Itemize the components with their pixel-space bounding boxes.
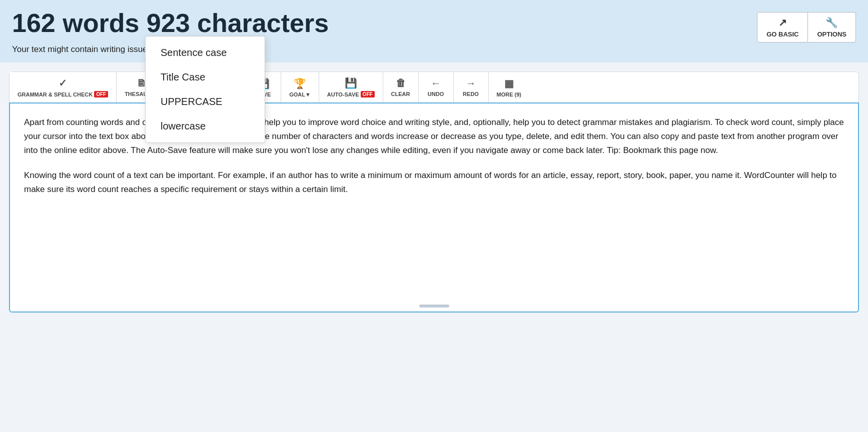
- redo-icon: →: [466, 78, 476, 89]
- goal-button[interactable]: 🏆 GOAL ▼: [281, 72, 319, 102]
- header-buttons: ↗ GO BASIC 🔧 OPTIONS: [757, 12, 856, 42]
- autosave-button[interactable]: 💾 AUTO-SAVE OFF: [319, 72, 383, 102]
- undo-button[interactable]: ← UNDO: [419, 72, 454, 102]
- word-count-title: 162 words 923 characters: [12, 9, 329, 38]
- go-basic-icon: ↗: [778, 16, 787, 28]
- checkmark-icon: ✓: [59, 77, 67, 89]
- case-uppercase[interactable]: UPPERCASE: [146, 90, 265, 114]
- autosave-off-badge: OFF: [361, 91, 375, 98]
- case-lowercase[interactable]: lowercase: [146, 114, 265, 138]
- scrollbar-hint: [419, 304, 449, 308]
- go-basic-button[interactable]: ↗ GO BASIC: [757, 12, 808, 42]
- goal-icon: 🏆: [294, 78, 306, 90]
- case-title-case[interactable]: Title Case: [146, 65, 265, 90]
- header-bar: 162 words 923 characters Your text might…: [0, 0, 868, 62]
- editor-paragraph-2: Knowing the word count of a text can be …: [24, 168, 844, 196]
- options-button[interactable]: 🔧 OPTIONS: [808, 12, 856, 42]
- editor-wrapper: Apart from counting words and characters…: [9, 102, 859, 312]
- grammar-off-badge: OFF: [94, 91, 108, 98]
- case-dropdown: Sentence case Title Case UPPERCASE lower…: [145, 36, 265, 143]
- more-icon: ▦: [504, 78, 514, 90]
- case-sentence-case[interactable]: Sentence case: [146, 40, 265, 65]
- redo-button[interactable]: → REDO: [454, 72, 489, 102]
- undo-icon: ←: [431, 78, 441, 89]
- more-button[interactable]: ▦ MORE (9): [489, 72, 530, 102]
- clear-icon: 🗑: [396, 78, 406, 89]
- grammar-spell-check-button[interactable]: ✓ GRAMMAR & SPELL CHECK OFF: [10, 72, 117, 102]
- autosave-icon: 💾: [345, 77, 357, 89]
- clear-button[interactable]: 🗑 CLEAR: [383, 72, 419, 102]
- toolbar: ✓ GRAMMAR & SPELL CHECK OFF 🗎 THESAURUS …: [9, 72, 859, 102]
- options-icon: 🔧: [825, 16, 838, 28]
